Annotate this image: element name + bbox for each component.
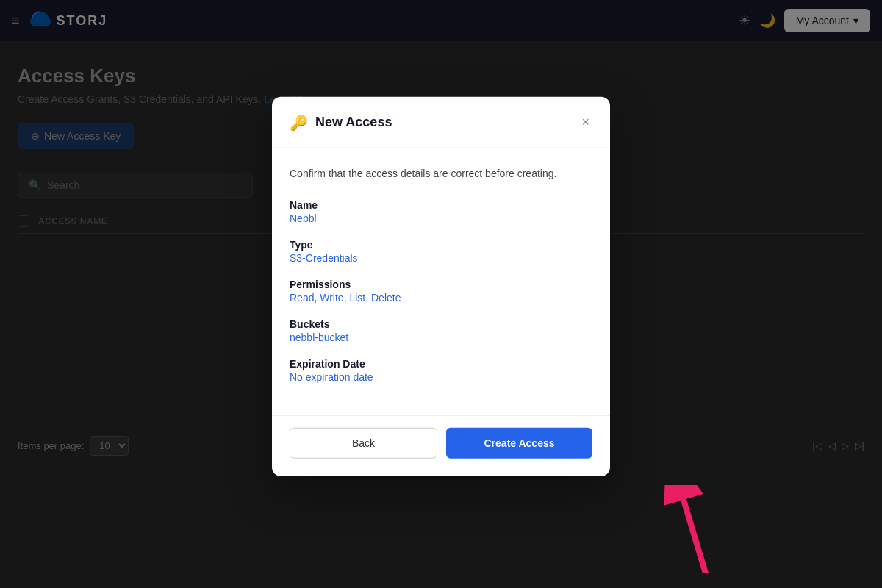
- name-label: Name: [290, 199, 592, 211]
- permissions-label: Permissions: [290, 279, 592, 290]
- buckets-value: nebbl-bucket: [290, 331, 592, 343]
- name-value: Nebbl: [290, 212, 592, 224]
- modal-confirm-text: Confirm that the access details are corr…: [290, 166, 592, 182]
- permissions-detail-row: Permissions Read, Write, List, Delete: [290, 279, 592, 304]
- key-icon: 🔑: [290, 113, 308, 131]
- type-detail-row: Type S3-Credentials: [290, 239, 592, 264]
- create-access-button[interactable]: Create Access: [446, 428, 592, 459]
- permissions-value: Read, Write, List, Delete: [290, 292, 592, 304]
- modal-footer: Back Create Access: [272, 415, 610, 476]
- modal-header-left: 🔑 New Access: [290, 113, 392, 131]
- type-value: S3-Credentials: [290, 252, 592, 264]
- modal-body: Confirm that the access details are corr…: [272, 148, 610, 415]
- modal-header: 🔑 New Access ×: [272, 97, 610, 148]
- new-access-modal: 🔑 New Access × Confirm that the access d…: [272, 97, 610, 476]
- expiration-label: Expiration Date: [290, 358, 592, 370]
- modal-close-button[interactable]: ×: [578, 112, 592, 133]
- back-button[interactable]: Back: [290, 428, 437, 459]
- name-detail-row: Name Nebbl: [290, 199, 592, 224]
- expiration-value: No expiration date: [290, 371, 592, 383]
- buckets-detail-row: Buckets nebbl-bucket: [290, 318, 592, 343]
- type-label: Type: [290, 239, 592, 251]
- expiration-detail-row: Expiration Date No expiration date: [290, 358, 592, 383]
- arrow-indicator: [662, 485, 720, 573]
- svg-line-1: [684, 500, 706, 573]
- buckets-label: Buckets: [290, 318, 592, 330]
- modal-title: New Access: [315, 115, 392, 130]
